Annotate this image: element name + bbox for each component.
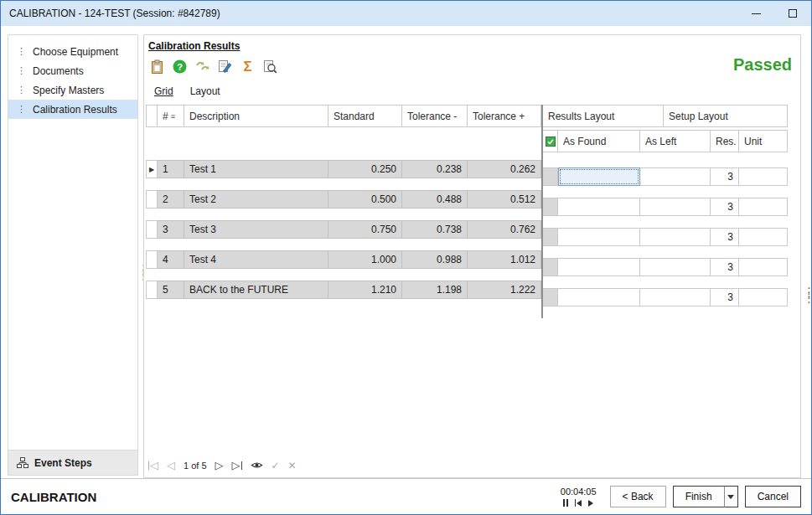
tab-layout[interactable]: Layout xyxy=(190,85,220,100)
edit-icon[interactable] xyxy=(215,57,235,76)
cell-as-found[interactable] xyxy=(558,288,640,306)
paste-icon[interactable] xyxy=(147,57,167,76)
pause-icon[interactable] xyxy=(563,499,568,507)
cell-res[interactable]: 3 xyxy=(711,228,739,246)
sidebar-item-specify-masters[interactable]: ⋮ Specify Masters xyxy=(8,80,137,100)
column-header-standard[interactable]: Standard xyxy=(328,105,402,127)
nav-first-button[interactable]: ◁ xyxy=(148,459,158,471)
cell-description[interactable]: Test 4 xyxy=(184,250,328,269)
column-header-unit[interactable]: Unit xyxy=(739,130,788,152)
nav-previous-button[interactable]: ◁ xyxy=(167,459,175,471)
cell-standard[interactable]: 0.250 xyxy=(328,160,402,178)
cell-standard[interactable]: 1.210 xyxy=(328,281,402,299)
event-steps-button[interactable]: Event Steps xyxy=(8,450,137,475)
cell-num[interactable]: 3 xyxy=(158,220,184,239)
help-icon[interactable]: ? xyxy=(170,57,189,76)
cell-tolerance-minus[interactable]: 0.238 xyxy=(402,160,468,178)
skip-back-icon[interactable] xyxy=(575,499,582,507)
nav-view-button[interactable] xyxy=(251,461,263,470)
cell-tolerance-plus[interactable]: 1.222 xyxy=(468,281,541,299)
row-indicator[interactable] xyxy=(146,250,158,269)
back-button[interactable]: < Back xyxy=(610,486,666,507)
cell-description[interactable]: Test 2 xyxy=(184,190,328,209)
cell-tolerance-plus[interactable]: 0.262 xyxy=(468,160,541,178)
cell-tolerance-minus[interactable]: 0.738 xyxy=(402,220,468,239)
row-indicator[interactable] xyxy=(146,220,158,239)
splitter-handle-left[interactable]: ⋮⋮ xyxy=(137,267,142,279)
group-header-results-layout[interactable]: Results Layout xyxy=(543,105,664,127)
cell-description[interactable]: BACK to the FUTURE xyxy=(184,281,328,299)
column-header-as-found[interactable]: As Found xyxy=(558,130,640,152)
row-indicator[interactable] xyxy=(146,190,158,209)
cell-as-left[interactable] xyxy=(640,198,711,216)
cell-as-left[interactable] xyxy=(640,228,711,246)
grid-options-icon[interactable] xyxy=(543,130,558,152)
preview-icon[interactable] xyxy=(261,57,280,76)
cell-tolerance-plus[interactable]: 0.762 xyxy=(468,220,541,239)
tab-grid[interactable]: Grid xyxy=(154,85,173,100)
cell-as-found[interactable] xyxy=(558,198,640,216)
minimize-button[interactable] xyxy=(737,1,774,26)
cell-standard[interactable]: 0.750 xyxy=(328,220,402,239)
column-header-as-left[interactable]: As Left xyxy=(640,130,711,152)
app-window: CALIBRATION - 124-TEST (Session: #842789… xyxy=(0,0,812,515)
nav-accept-button[interactable]: ✓ xyxy=(272,460,280,471)
cell-res[interactable]: 3 xyxy=(711,258,739,276)
finish-dropdown-button[interactable] xyxy=(724,486,738,507)
cell-description[interactable]: Test 3 xyxy=(184,220,328,239)
column-header-num[interactable]: # ≡ xyxy=(158,105,184,127)
cancel-button[interactable]: Cancel xyxy=(745,486,801,507)
cell-res[interactable]: 3 xyxy=(711,198,739,216)
column-header-res[interactable]: Res. xyxy=(711,130,739,152)
sidebar-item-label: Specify Masters xyxy=(33,85,104,96)
row-indicator[interactable] xyxy=(146,281,158,299)
sum-icon[interactable]: Σ xyxy=(238,57,257,76)
titlebar[interactable]: CALIBRATION - 124-TEST (Session: #842789… xyxy=(1,1,811,26)
cell-as-found[interactable] xyxy=(558,228,640,246)
grid-right-section: Results Layout Setup Layout As Found As … xyxy=(541,105,788,318)
group-header-setup-layout[interactable]: Setup Layout xyxy=(664,105,788,127)
cell-standard[interactable]: 0.500 xyxy=(328,190,402,209)
main-panel: Calibration Results ? xyxy=(143,34,801,478)
column-header-tolerance-plus[interactable]: Tolerance + xyxy=(468,105,541,127)
splitter-handle-right[interactable]: ⋮⋮ xyxy=(803,290,808,301)
finish-button[interactable]: Finish xyxy=(673,486,725,507)
sidebar-item-documents[interactable]: ⋮ Documents xyxy=(8,61,137,80)
cell-tolerance-plus[interactable]: 0.512 xyxy=(468,190,541,209)
cell-as-left[interactable] xyxy=(640,288,711,306)
nav-next-button[interactable]: ▷ xyxy=(215,459,224,471)
cell-as-left[interactable] xyxy=(640,258,711,276)
cell-unit[interactable] xyxy=(739,228,788,246)
cell-num[interactable]: 2 xyxy=(158,190,184,209)
sidebar-item-choose-equipment[interactable]: ⋮ Choose Equipment xyxy=(8,42,137,61)
cell-unit[interactable] xyxy=(739,288,788,306)
cell-tolerance-minus[interactable]: 0.488 xyxy=(402,190,468,209)
cell-standard[interactable]: 1.000 xyxy=(328,250,402,269)
cell-unit[interactable] xyxy=(739,258,788,276)
nav-cancel-edit-button[interactable]: ✕ xyxy=(288,460,297,471)
nav-last-button[interactable]: ▷ xyxy=(232,459,242,471)
column-header-description[interactable]: Description xyxy=(184,105,328,127)
cell-num[interactable]: 5 xyxy=(158,281,184,299)
cell-as-left[interactable] xyxy=(640,167,711,186)
cell-res[interactable]: 3 xyxy=(711,167,739,186)
cell-res[interactable]: 3 xyxy=(711,288,739,306)
cell-unit[interactable] xyxy=(739,167,788,186)
cell-num[interactable]: 1 xyxy=(158,160,184,178)
cell-tolerance-minus[interactable]: 1.198 xyxy=(402,281,468,299)
cell-description[interactable]: Test 1 xyxy=(184,160,328,178)
maximize-button[interactable] xyxy=(774,1,811,26)
cell-as-found[interactable] xyxy=(558,258,640,276)
cell-as-found[interactable] xyxy=(558,167,640,186)
column-header-tolerance-minus[interactable]: Tolerance - xyxy=(402,105,468,127)
cell-num[interactable]: 4 xyxy=(158,250,184,269)
play-icon[interactable] xyxy=(588,500,593,507)
current-row-arrow-icon: ▶ xyxy=(149,166,154,173)
drag-dots-icon: ⋮ xyxy=(17,105,26,114)
cell-tolerance-plus[interactable]: 1.012 xyxy=(468,250,541,269)
sidebar-item-calibration-results[interactable]: ⋮ Calibration Results xyxy=(8,100,137,119)
row-indicator[interactable]: ▶ xyxy=(146,160,158,178)
cell-unit[interactable] xyxy=(739,198,788,216)
refresh-icon[interactable] xyxy=(193,57,212,76)
cell-tolerance-minus[interactable]: 0.988 xyxy=(402,250,468,269)
